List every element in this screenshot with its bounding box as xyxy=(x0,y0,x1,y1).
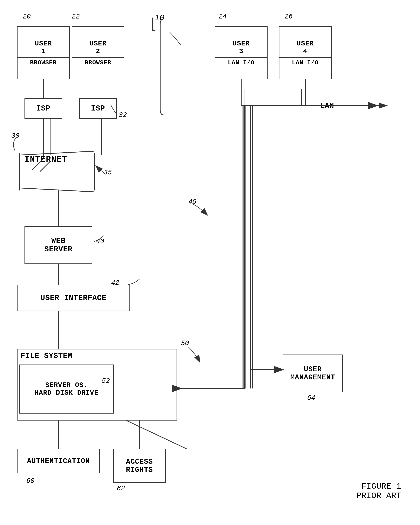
lan-label: LAN xyxy=(320,102,334,110)
internet-label: INTERNET xyxy=(25,155,67,164)
bracket-10: ⌊ xyxy=(151,15,156,33)
ref-64: 64 xyxy=(307,394,315,402)
ref-26: 26 xyxy=(284,13,293,20)
ref-20: 20 xyxy=(23,13,31,20)
web-server-box: WEB SERVER xyxy=(25,226,92,264)
ref-52: 52 xyxy=(102,377,110,385)
authentication-box: AUTHENTICATION xyxy=(17,449,100,473)
ref-35: 35 xyxy=(104,169,112,177)
svg-line-17 xyxy=(122,419,187,449)
ref-40: 40 xyxy=(96,238,104,245)
user-management-box: USER MANAGEMENT xyxy=(283,355,343,392)
access-rights-box: ACCESS RIGHTS xyxy=(113,449,166,483)
ref-45: 45 xyxy=(188,198,197,206)
isp1-box: ISP xyxy=(25,98,62,119)
ref-30: 30 xyxy=(11,132,19,140)
figure-label: FIGURE 1 PRIOR ART xyxy=(356,482,401,500)
ref-32: 32 xyxy=(119,111,127,119)
user3-box: USER 3 LAN I/O xyxy=(215,26,268,79)
ref-42: 42 xyxy=(111,279,119,287)
user1-box: USER 1 BROWSER xyxy=(17,26,70,79)
ref-22: 22 xyxy=(72,13,80,20)
user-interface-box: USER INTERFACE xyxy=(17,285,130,311)
ref-24: 24 xyxy=(219,13,227,20)
isp2-box: ISP xyxy=(79,98,117,119)
user2-box: USER 2 BROWSER xyxy=(72,26,124,79)
server-os-box: SERVER OS, HARD DISK DRIVE xyxy=(19,365,114,413)
file-system-box: FILE SYSTEM SERVER OS, HARD DISK DRIVE xyxy=(17,349,177,421)
user4-box: USER 4 LAN I/O xyxy=(279,26,332,79)
ref-60: 60 xyxy=(26,477,35,485)
ref-62: 62 xyxy=(117,485,125,492)
ref-50: 50 xyxy=(181,339,189,347)
